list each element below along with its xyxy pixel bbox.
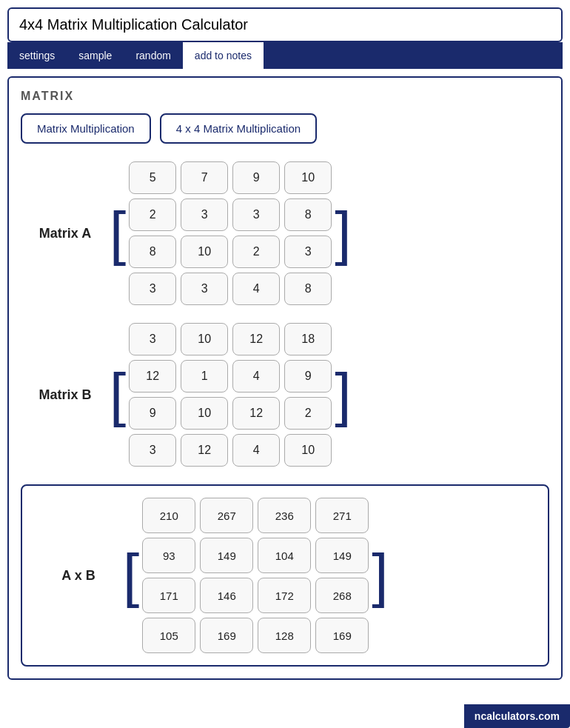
result-cell-3-0: 105 [142, 618, 195, 653]
result-cell-3-2: 128 [258, 618, 311, 653]
matrix-a-cell-2-1[interactable]: 10 [181, 236, 228, 268]
matrix-a-label: Matrix A [21, 226, 110, 241]
matrix-b-cell-2-2[interactable]: 12 [232, 397, 280, 430]
nav-random[interactable]: random [124, 42, 182, 69]
result-cell-1-2: 104 [258, 538, 311, 573]
matrix-b-left-bracket: [ [110, 365, 126, 424]
matrix-a-section: Matrix A [ 5 7 9 10 2 3 3 8 8 10 [21, 161, 549, 305]
matrix-a-cell-1-2[interactable]: 3 [232, 198, 280, 231]
result-cell-2-2: 172 [258, 578, 311, 613]
matrix-a-cell-2-3[interactable]: 3 [284, 236, 332, 268]
matrix-a-cell-1-3[interactable]: 8 [284, 198, 332, 231]
matrix-a-right-bracket: ] [335, 204, 351, 263]
button-row: Matrix Multiplication 4 x 4 Matrix Multi… [21, 113, 549, 144]
matrix-b-cell-0-1[interactable]: 10 [181, 323, 228, 355]
matrix-a-cell-2-0[interactable]: 8 [129, 236, 176, 268]
matrix-a-cell-0-1[interactable]: 7 [181, 161, 228, 194]
result-cell-3-3: 169 [315, 618, 369, 653]
result-cell-1-1: 149 [200, 538, 253, 573]
matrix-a-cell-0-0[interactable]: 5 [129, 161, 176, 194]
matrix-b-cell-2-3[interactable]: 2 [284, 397, 332, 430]
matrix-a-cell-0-2[interactable]: 9 [232, 161, 280, 194]
nav-sample[interactable]: sample [67, 42, 124, 69]
matrix-b-cell-3-2[interactable]: 4 [232, 434, 280, 467]
result-cell-2-1: 146 [200, 578, 253, 613]
nav-bar: settings sample random add to notes [7, 42, 563, 69]
section-label: MATRIX [21, 90, 549, 103]
nav-add-to-notes[interactable]: add to notes [183, 42, 264, 69]
matrix-a-grid: 5 7 9 10 2 3 3 8 8 10 2 3 3 3 [129, 161, 332, 305]
page-title: 4x4 Matrix Multiplication Calculator [19, 16, 551, 33]
matrix-a-cell-3-3[interactable]: 8 [284, 273, 332, 305]
result-cell-0-3: 271 [315, 498, 369, 533]
title-bar: 4x4 Matrix Multiplication Calculator [7, 7, 563, 42]
result-left-bracket: [ [123, 546, 139, 605]
matrix-a-cell-3-2[interactable]: 4 [232, 273, 280, 305]
result-cell-2-3: 268 [315, 578, 369, 613]
matrix-b-section: Matrix B [ 3 10 12 18 12 1 4 9 9 10 [21, 323, 549, 467]
matrix-a-cell-1-1[interactable]: 3 [181, 198, 228, 231]
matrix-b-cell-0-2[interactable]: 12 [232, 323, 280, 355]
matrix-b-cell-0-0[interactable]: 3 [129, 323, 176, 355]
result-cell-0-1: 267 [200, 498, 253, 533]
matrix-b-cell-0-3[interactable]: 18 [284, 323, 332, 355]
matrix-b-cell-1-3[interactable]: 9 [284, 360, 332, 393]
matrix-a-cell-0-3[interactable]: 10 [284, 161, 332, 194]
matrix-b-cell-2-0[interactable]: 9 [129, 397, 176, 430]
matrix-a-cell-2-2[interactable]: 2 [232, 236, 280, 268]
nav-settings[interactable]: settings [7, 42, 67, 69]
matrix-b-cell-1-0[interactable]: 12 [129, 360, 176, 393]
result-cell-1-3: 149 [315, 538, 369, 573]
result-bracket-wrap: [ 210 267 236 271 93 149 104 149 171 146… [123, 498, 388, 653]
matrix-a-left-bracket: [ [110, 204, 126, 263]
app-container: 4x4 Matrix Multiplication Calculator set… [0, 0, 570, 728]
matrix-a-cell-1-0[interactable]: 2 [129, 198, 176, 231]
result-label: A x B [34, 568, 123, 584]
result-cell-0-0: 210 [142, 498, 195, 533]
matrix-a-cell-3-0[interactable]: 3 [129, 273, 176, 305]
result-cell-3-1: 169 [200, 618, 253, 653]
matrix-b-bracket-wrap: [ 3 10 12 18 12 1 4 9 9 10 12 2 [110, 323, 351, 467]
4x4-matrix-multiplication-button[interactable]: 4 x 4 Matrix Multiplication [160, 113, 317, 144]
result-grid: 210 267 236 271 93 149 104 149 171 146 1… [142, 498, 369, 653]
result-cell-0-2: 236 [258, 498, 311, 533]
matrix-b-cell-1-1[interactable]: 1 [181, 360, 228, 393]
result-cell-2-0: 171 [142, 578, 195, 613]
matrix-b-grid: 3 10 12 18 12 1 4 9 9 10 12 2 3 12 [129, 323, 332, 467]
footer-badge: ncalculators.com [464, 704, 570, 728]
matrix-b-cell-1-2[interactable]: 4 [232, 360, 280, 393]
matrix-b-cell-3-0[interactable]: 3 [129, 434, 176, 467]
matrix-a-cell-3-1[interactable]: 3 [181, 273, 228, 305]
matrix-b-cell-2-1[interactable]: 10 [181, 397, 228, 430]
matrix-b-cell-3-3[interactable]: 10 [284, 434, 332, 467]
matrix-a-bracket-wrap: [ 5 7 9 10 2 3 3 8 8 10 2 3 [110, 161, 351, 305]
result-cell-1-0: 93 [142, 538, 195, 573]
matrix-multiplication-button[interactable]: Matrix Multiplication [21, 113, 151, 144]
matrix-b-label: Matrix B [21, 387, 110, 403]
result-section: A x B [ 210 267 236 271 93 149 104 149 1… [21, 484, 549, 667]
matrix-b-right-bracket: ] [335, 365, 351, 424]
matrix-b-cell-3-1[interactable]: 12 [181, 434, 228, 467]
content-area: MATRIX Matrix Multiplication 4 x 4 Matri… [7, 76, 563, 680]
result-right-bracket: ] [372, 546, 388, 605]
